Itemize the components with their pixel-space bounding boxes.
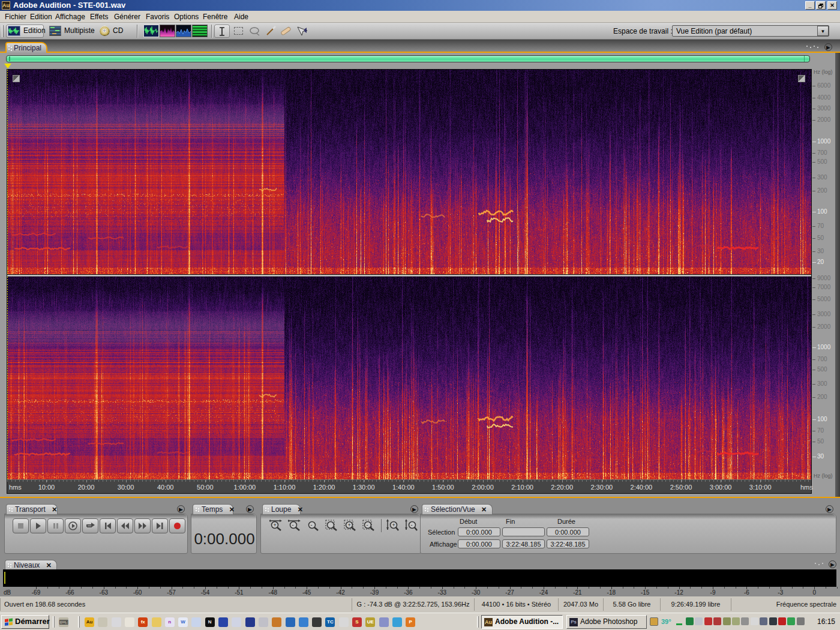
- svg-text:-: -: [311, 522, 313, 528]
- svg-text:-: -: [367, 522, 368, 528]
- svg-text:-: -: [292, 522, 294, 528]
- svg-text:+: +: [392, 522, 395, 528]
- svg-text:+: +: [274, 522, 277, 528]
- svg-text:-: -: [411, 522, 413, 528]
- svg-text:+: +: [348, 522, 351, 528]
